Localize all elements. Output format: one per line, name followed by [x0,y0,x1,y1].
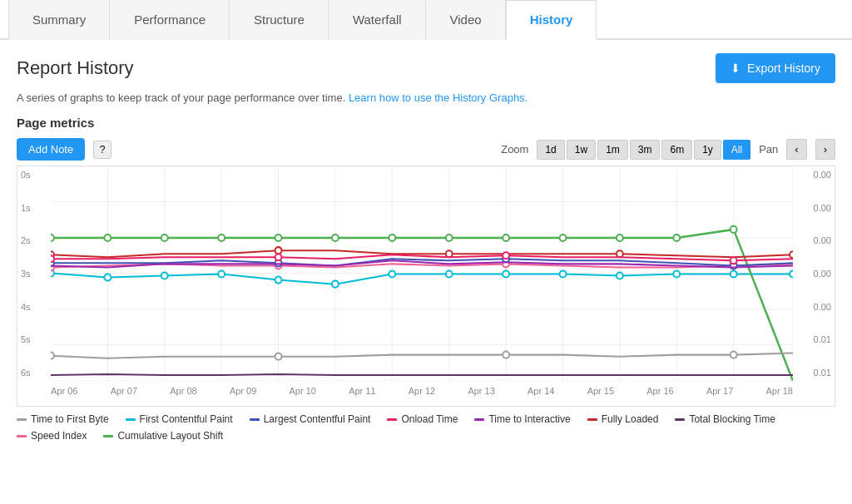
x-label-apr09: Apr 09 [230,386,256,396]
chart-svg [51,166,793,381]
y-right-0: 0.01 [796,368,831,378]
legend-cls-label: Cumulative Layout Shift [117,430,223,442]
x-label-apr12: Apr 12 [409,386,435,396]
legend-onload: Onload Time [387,413,458,425]
y-right-3: 0.00 [796,269,831,279]
history-graphs-link[interactable]: Learn how to use the History Graphs. [349,91,528,104]
y-label-0s: 0s [21,170,47,180]
x-label-apr10: Apr 10 [290,386,316,396]
svg-point-32 [731,270,737,277]
svg-point-25 [332,281,339,288]
chart-wrapper: 6s 5s 4s 3s 2s 1s 0s 0.01 0.01 0.00 0.00… [17,166,835,407]
export-history-button[interactable]: ⬇ Export History [716,53,835,83]
add-note-button[interactable]: Add Note [17,138,85,161]
legend-si: Speed Index [17,430,87,442]
pan-left-button[interactable]: ‹ [786,139,806,160]
svg-point-27 [446,270,453,277]
y-right-4: 0.00 [796,235,831,245]
svg-point-51 [790,251,793,258]
y-axis-right: 0.01 0.01 0.00 0.00 0.00 0.00 0.00 [793,166,835,381]
legend-cls-color [103,435,113,437]
tab-history[interactable]: History [506,0,597,40]
zoom-group: 1d 1w 1m 3m 6m 1y All [537,140,750,160]
legend-tti-color [474,418,484,421]
svg-point-67 [731,257,737,264]
legend-onload-label: Onload Time [401,413,458,425]
svg-point-44 [617,235,623,241]
svg-point-66 [503,252,509,259]
main-content: Report History ⬇ Export History A series… [0,40,852,455]
svg-point-31 [673,270,680,277]
y-label-2s: 2s [21,235,47,245]
svg-point-30 [617,272,623,279]
svg-point-46 [731,226,737,233]
svg-point-28 [503,270,509,277]
x-axis: Apr 06 Apr 07 Apr 08 Apr 09 Apr 10 Apr 1… [51,381,793,406]
svg-point-64 [51,255,54,262]
legend-lcp: Largest Contentful Paint [250,413,371,425]
legend-fcp: First Contentful Paint [126,413,233,425]
svg-point-63 [731,352,737,358]
svg-point-43 [560,235,567,241]
x-label-apr18: Apr 18 [766,386,793,396]
zoom-6m[interactable]: 6m [661,140,692,160]
tab-summary[interactable]: Summary [8,0,110,40]
help-button[interactable]: ? [93,141,111,159]
tab-structure[interactable]: Structure [230,0,329,40]
legend-ttfb-color [17,418,27,421]
legend-si-color [17,435,27,437]
y-label-4s: 4s [21,302,47,312]
zoom-1m[interactable]: 1m [597,140,628,160]
svg-point-29 [560,270,567,277]
x-label-apr16: Apr 16 [646,386,673,396]
x-label-apr08: Apr 08 [170,386,196,396]
svg-point-65 [275,254,282,260]
pan-label: Pan [759,143,778,156]
legend-si-label: Speed Index [31,430,87,442]
svg-point-41 [446,235,453,241]
tab-bar: Summary Performance Structure Waterfall … [0,0,852,40]
svg-point-22 [161,272,168,279]
x-label-apr15: Apr 15 [587,386,614,396]
zoom-1w[interactable]: 1w [567,140,596,160]
zoom-all[interactable]: All [723,140,750,160]
download-icon: ⬇ [731,62,741,75]
x-label-apr11: Apr 11 [349,386,375,396]
svg-point-26 [389,270,395,277]
svg-point-39 [332,235,339,241]
pan-right-button[interactable]: › [815,139,835,160]
zoom-1d[interactable]: 1d [537,140,564,160]
legend-onload-color [387,418,397,421]
chart-legend: Time to First Byte First Contentful Pain… [17,413,835,442]
svg-point-34 [51,235,54,241]
svg-point-49 [446,250,453,257]
x-label-apr14: Apr 14 [528,386,554,396]
svg-point-61 [275,353,282,360]
y-right-1: 0.01 [796,334,831,344]
y-right-5: 0.00 [796,203,831,213]
page-header: Report History ⬇ Export History [17,53,835,83]
tab-performance[interactable]: Performance [110,0,230,40]
legend-fl-label: Fully Loaded [602,413,659,425]
zoom-3m[interactable]: 3m [630,140,661,160]
svg-point-42 [503,235,509,241]
legend-ttfb-label: Time to First Byte [31,413,109,425]
legend-tti: Time to Interactive [474,413,570,425]
legend-tbt-color [675,418,685,421]
x-label-apr17: Apr 17 [706,386,733,396]
svg-point-23 [218,270,225,277]
y-right-2: 0.00 [796,302,831,312]
legend-fcp-color [126,418,136,421]
zoom-1y[interactable]: 1y [694,140,721,160]
svg-point-50 [617,250,623,257]
y-right-6: 0.00 [796,170,831,180]
svg-point-33 [790,270,793,277]
legend-lcp-color [250,418,260,421]
description-text: A series of graphs to keep track of your… [17,91,835,104]
svg-point-62 [503,352,509,358]
tab-video[interactable]: Video [426,0,506,40]
y-label-3s: 3s [21,269,47,279]
svg-point-38 [275,235,282,241]
legend-tbt: Total Blocking Time [675,413,775,425]
tab-waterfall[interactable]: Waterfall [329,0,426,40]
